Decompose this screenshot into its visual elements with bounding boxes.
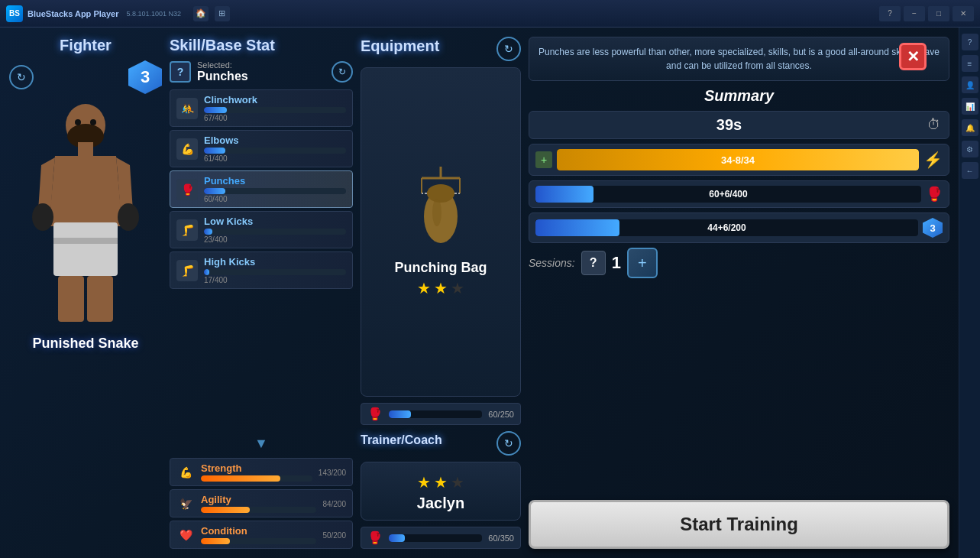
svg-point-10	[90, 119, 96, 125]
skill-header: ? Selected: Punches ↻	[170, 60, 353, 83]
elbows-bar-fill	[204, 148, 225, 154]
equipment-refresh-button[interactable]: ↻	[496, 37, 521, 61]
summary-title: Summary	[529, 87, 949, 105]
energy-plus-button[interactable]: +	[535, 151, 552, 168]
punches-bar-fill	[204, 188, 225, 194]
punches-name: Punches	[204, 175, 346, 187]
selected-label: Selected:	[197, 60, 248, 70]
equipment-item[interactable]: Punching Bag ★ ★ ★	[361, 67, 521, 397]
summary-time-row: 39s ⏱	[529, 111, 949, 139]
low-kicks-bar-bg	[204, 229, 346, 235]
sessions-add-button[interactable]: +	[627, 248, 658, 278]
energy-bar-bg: 34-8/34	[557, 149, 919, 170]
svg-rect-6	[58, 276, 84, 322]
equipment-panel-title: Equipment	[361, 37, 439, 55]
fighter-svg	[32, 104, 139, 326]
trainer-bar-value: 60/350	[488, 534, 514, 543]
svg-point-19	[432, 199, 441, 226]
condition-bar-bg	[201, 538, 316, 544]
skill-refresh-button[interactable]: ↻	[332, 61, 353, 83]
trainer-star-2: ★	[434, 473, 448, 491]
maximize-button[interactable]: □	[928, 6, 949, 21]
punching-bag-svg	[410, 167, 471, 243]
fighter-name: Punished Snake	[32, 336, 138, 352]
fighter-level-badge: 3	[128, 60, 162, 94]
multi-icon[interactable]: ⊞	[215, 6, 230, 21]
window-controls: ? − □ ✕	[879, 6, 974, 21]
home-icon[interactable]: 🏠	[193, 6, 209, 21]
equipment-glove-icon: 🥊	[367, 407, 383, 421]
low-kicks-value: 23/400	[204, 235, 346, 244]
sessions-unknown-btn[interactable]: ?	[581, 251, 606, 275]
title-bar-nav-icons: 🏠 ⊞	[193, 6, 230, 21]
agility-bar-bg	[201, 507, 316, 513]
skill-item-high-kicks[interactable]: 🦵 High Kicks 17/400	[170, 251, 353, 289]
condition-info: Condition	[201, 525, 316, 544]
trainer-panel-title: Trainer/Coach	[361, 433, 442, 447]
skill-help-button[interactable]: ?	[170, 61, 191, 83]
condition-bar-fill	[201, 538, 230, 544]
svg-point-5	[118, 203, 139, 231]
main-content: Fighter ↻ 3	[0, 28, 959, 558]
help-button[interactable]: ?	[879, 6, 901, 21]
equipment-panel: Equipment ↻	[361, 37, 521, 549]
sidebar-user-btn[interactable]: 👤	[962, 76, 978, 93]
svg-rect-7	[87, 276, 113, 322]
right-sidebar: ? ≡ 👤 📊 🔔 ⚙ ←	[959, 28, 980, 558]
high-kicks-icon: 🦵	[176, 260, 198, 281]
low-kicks-bar-fill	[204, 229, 212, 235]
cond-level-badge: 3	[923, 218, 943, 238]
clinchwork-icon: 🤼	[176, 98, 198, 119]
minimize-button[interactable]: −	[904, 6, 925, 21]
elbows-bar-bg	[204, 148, 346, 154]
close-button[interactable]: ✕	[899, 43, 927, 70]
sidebar-help-btn[interactable]: ?	[962, 34, 978, 50]
equipment-bar-row: 🥊 60/250	[361, 403, 521, 425]
energy-row: + 34-8/34 ⚡	[529, 144, 949, 176]
condition-name: Condition	[201, 525, 316, 537]
close-button[interactable]: ✕	[953, 6, 974, 21]
sidebar-back-btn[interactable]: ←	[962, 162, 978, 179]
punch-bar-fill	[535, 186, 593, 203]
strength-bar-bg	[201, 475, 312, 482]
fighter-image	[24, 100, 147, 329]
elbows-info: Elbows 61/400	[204, 135, 346, 163]
equipment-header: Equipment ↻	[361, 37, 521, 61]
lightning-icon: ⚡	[923, 151, 943, 169]
start-training-button[interactable]: Start Training	[529, 500, 949, 549]
sidebar-bell-btn[interactable]: 🔔	[962, 119, 978, 136]
skill-item-low-kicks[interactable]: 🦵 Low Kicks 23/400	[170, 211, 353, 248]
high-kicks-info: High Kicks 17/400	[204, 256, 346, 284]
equipment-bar-value: 60/250	[488, 410, 514, 419]
trainer-glove-icon: 🥊	[367, 530, 383, 545]
skill-item-elbows[interactable]: 💪 Elbows 61/400	[170, 130, 353, 167]
skill-item-clinchwork[interactable]: 🤼 Clinchwork 67/400	[170, 89, 353, 127]
elbows-icon: 💪	[176, 138, 198, 160]
title-bar: BS BlueStacks App Player 5.8.101.1001 N3…	[0, 0, 980, 28]
condition-icon: ❤️	[176, 526, 195, 544]
skill-item-punches[interactable]: 🥊 Punches 60/400	[170, 170, 353, 208]
low-kicks-icon: 🦵	[176, 219, 198, 241]
energy-text: 34-8/34	[721, 154, 755, 166]
elbows-value: 61/400	[204, 154, 346, 163]
low-kicks-info: Low Kicks 23/400	[204, 216, 346, 244]
trainer-refresh-button[interactable]: ↻	[496, 431, 521, 456]
bluestacks-icon: BS	[6, 5, 23, 22]
scroll-indicator: ▼	[170, 436, 353, 452]
punches-bar-bg	[204, 188, 346, 194]
strength-bar-fill	[201, 475, 280, 482]
sidebar-gear-btn[interactable]: ⚙	[962, 141, 978, 157]
sidebar-chart-btn[interactable]: 📊	[962, 98, 978, 115]
clinchwork-name: Clinchwork	[204, 94, 346, 105]
svg-point-4	[32, 203, 53, 231]
skill-panel-title: Skill/Base Stat	[170, 37, 353, 54]
punch-glove-icon: 🥊	[926, 186, 943, 203]
trainer-card[interactable]: ★ ★ ★ Jaclyn	[361, 462, 521, 521]
high-kicks-value: 17/400	[204, 276, 346, 284]
app-name: BlueStacks App Player	[27, 9, 118, 18]
equipment-bar-bg	[389, 410, 482, 418]
info-box: Punches are less powerful than other, mo…	[529, 37, 949, 81]
fighter-refresh-button[interactable]: ↻	[9, 65, 34, 89]
agility-bar-fill	[201, 507, 250, 513]
sidebar-list-btn[interactable]: ≡	[962, 55, 978, 72]
